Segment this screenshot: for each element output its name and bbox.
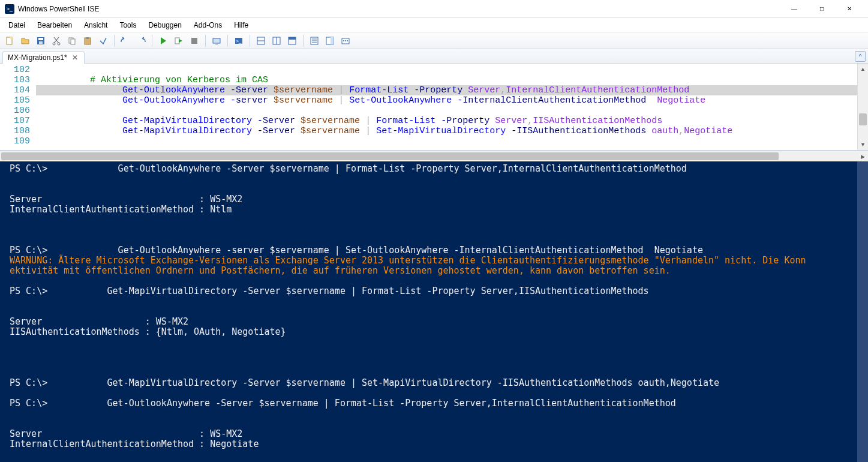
options-icon[interactable]	[338, 34, 353, 48]
code-token: Negotiate	[684, 126, 732, 136]
clear-icon[interactable]	[96, 34, 110, 48]
script-tab[interactable]: MX-Migration.ps1* ✕	[2, 51, 85, 64]
hscroll-track[interactable]	[1, 152, 846, 160]
minimize-button[interactable]: —	[780, 0, 808, 18]
show-commands-icon[interactable]	[307, 34, 322, 48]
console-vertical-scrollbar[interactable]	[857, 161, 868, 462]
toolbar-separator	[205, 35, 206, 47]
code-token: Server	[468, 85, 500, 95]
new-file-icon[interactable]	[2, 34, 17, 48]
code-token: # Aktivierung von Kerberos im CAS	[36, 75, 268, 85]
code-token: $servername	[274, 85, 333, 95]
tab-close-icon[interactable]: ✕	[71, 54, 79, 61]
hscroll-thumb[interactable]	[1, 152, 779, 160]
maximize-button[interactable]: □	[808, 0, 836, 18]
console-output[interactable]: PS C:\> Get-OutlookAnywhere -Server $ser…	[0, 161, 868, 462]
scroll-right-icon[interactable]: ▶	[857, 151, 868, 161]
code-token: Server	[495, 116, 527, 126]
code-token: -IISAuthenticationMethods	[506, 126, 651, 136]
menu-ansicht[interactable]: Ansicht	[79, 20, 112, 31]
copy-icon[interactable]	[65, 34, 79, 48]
code-token: -server	[225, 95, 274, 106]
console-line	[10, 184, 863, 194]
code-token: Set-OutlookAnywhere	[349, 95, 452, 106]
svg-rect-12	[191, 38, 197, 44]
menu-add-ons[interactable]: Add-Ons	[189, 20, 227, 31]
run-icon[interactable]	[156, 34, 170, 48]
script-editor[interactable]: 102103104105106107108109 # Aktivierung v…	[0, 64, 868, 151]
code-line[interactable]: Get-OutlookAnywhere -server $servername …	[36, 95, 857, 106]
redo-icon[interactable]	[134, 34, 148, 48]
code-token: Format-List	[349, 85, 409, 95]
title-bar: >_ Windows PowerShell ISE — □ ✕	[0, 0, 868, 18]
open-file-icon[interactable]	[18, 34, 32, 48]
code-token: Get-MapiVirtualDirectory	[122, 116, 252, 126]
close-button[interactable]: ✕	[836, 0, 863, 18]
code-line[interactable]: # Aktivierung von Kerberos im CAS	[36, 75, 857, 85]
menu-debuggen[interactable]: Debuggen	[143, 20, 186, 31]
save-icon[interactable]	[34, 34, 48, 48]
code-token: -Property	[409, 85, 468, 95]
show-addon-icon[interactable]	[323, 34, 337, 48]
editor-vertical-scrollbar[interactable]: ▲ ▼	[857, 64, 868, 150]
console-line	[10, 388, 863, 398]
stop-icon[interactable]	[187, 34, 202, 48]
menu-hilfe[interactable]: Hilfe	[229, 20, 253, 31]
scroll-track[interactable]	[858, 74, 868, 139]
code-token: $servername	[301, 116, 360, 126]
paste-icon[interactable]	[80, 34, 95, 48]
line-number: 106	[0, 106, 30, 116]
code-line[interactable]	[36, 136, 857, 146]
scroll-thumb[interactable]	[859, 113, 867, 125]
collapse-editor-button[interactable]: ^	[855, 51, 866, 62]
code-token: |	[338, 95, 344, 106]
window-controls: — □ ✕	[780, 0, 863, 18]
svg-rect-3	[38, 38, 43, 40]
code-line[interactable]	[36, 106, 857, 116]
console-line	[10, 276, 863, 286]
new-remote-tab-icon[interactable]: >_	[232, 34, 246, 48]
menu-bearbeiten[interactable]: Bearbeiten	[32, 20, 77, 31]
code-token	[360, 116, 365, 126]
line-number: 104	[0, 85, 30, 95]
menu-tools[interactable]: Tools	[115, 20, 141, 31]
line-number: 108	[0, 126, 30, 136]
code-line[interactable]: Get-OutlookAnywhere -Server $servername …	[36, 85, 857, 95]
pane-script-icon[interactable]	[269, 34, 284, 48]
code-token	[371, 116, 376, 126]
cut-icon[interactable]	[49, 34, 64, 48]
code-token	[36, 85, 122, 95]
console-line: InternalClientAuthenticationMethod : Neg…	[10, 439, 863, 449]
code-token: -Server	[252, 116, 301, 126]
console-line	[10, 358, 863, 368]
undo-icon[interactable]	[118, 34, 133, 48]
code-token	[360, 126, 365, 136]
menu-datei[interactable]: Datei	[4, 20, 30, 31]
console-line: PS C:\> Get-OutlookAnywhere -server $ser…	[10, 245, 863, 256]
svg-point-31	[345, 40, 346, 41]
code-line[interactable]: Get-MapiVirtualDirectory -Server $server…	[36, 126, 857, 136]
console-line: PS C:\> Get-OutlookAnywhere -Server $ser…	[10, 164, 863, 174]
console-line: Server : WS-MX2	[10, 194, 863, 205]
pane-console-icon[interactable]	[285, 34, 299, 48]
console-line	[10, 419, 863, 429]
pane-both-icon[interactable]	[254, 34, 268, 48]
menu-bar: DateiBearbeitenAnsichtToolsDebuggenAdd-O…	[0, 18, 868, 32]
svg-rect-22	[289, 37, 296, 40]
remote-icon[interactable]	[209, 34, 224, 48]
tab-label: MX-Migration.ps1*	[8, 53, 67, 62]
svg-rect-14	[215, 44, 218, 44]
tab-bar: MX-Migration.ps1* ✕ ^	[0, 49, 868, 64]
line-number: 105	[0, 95, 30, 106]
scroll-up-icon[interactable]: ▲	[858, 64, 868, 74]
scroll-down-icon[interactable]: ▼	[858, 139, 868, 150]
code-token: ,	[678, 126, 684, 136]
run-selection-icon[interactable]	[172, 34, 186, 48]
code-area[interactable]: # Aktivierung von Kerberos im CAS Get-Ou…	[36, 64, 857, 150]
toolbar: >_	[0, 32, 868, 49]
code-line[interactable]: Get-MapiVirtualDirectory -Server $server…	[36, 116, 857, 126]
console-line: PS C:\> Get-OutlookAnywhere -Server $ser…	[10, 398, 863, 409]
svg-point-30	[343, 40, 344, 41]
code-line[interactable]	[36, 65, 857, 75]
editor-horizontal-scrollbar[interactable]: ▶	[0, 151, 868, 161]
